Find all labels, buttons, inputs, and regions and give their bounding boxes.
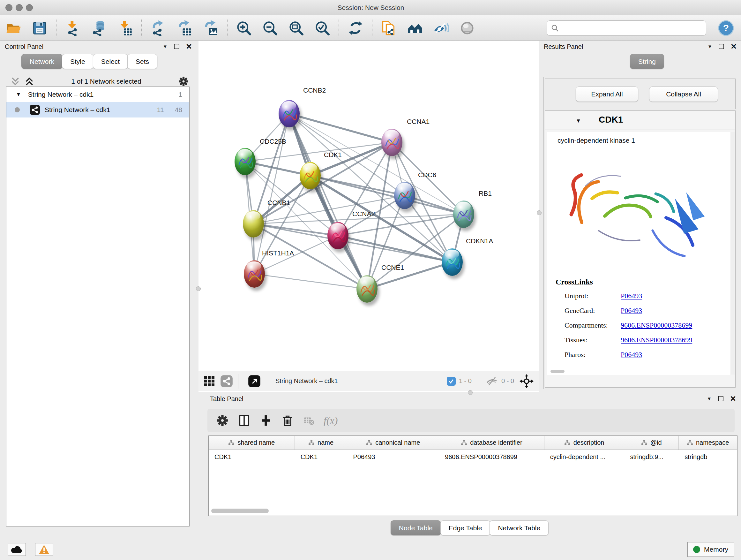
tab-edge-table[interactable]: Edge Table [441,520,490,536]
detach-view-icon[interactable] [248,375,261,388]
tab-string[interactable]: String [630,54,664,69]
crosslink-link[interactable]: 9606.ENSP00000378699 [621,336,692,351]
table-cell[interactable]: stringdb [679,450,737,464]
results-panel-collapse-icon[interactable]: ▼ [708,44,712,49]
node-CCNB2[interactable] [279,100,300,127]
birdseye-grid-icon[interactable] [203,375,216,388]
import-network-button[interactable] [64,19,82,37]
crosslink-link[interactable]: P06493 [621,307,642,321]
crosslink-link[interactable]: 9606.ENSP00000378699 [621,321,692,336]
table-cell[interactable]: stringdb:9... [624,450,679,464]
delete-column-trash-icon[interactable] [281,414,294,427]
search-input[interactable] [559,24,693,32]
zoom-fit-button[interactable] [287,19,305,37]
apply-layout-button[interactable] [347,19,364,37]
column-header-databaseidentifier[interactable]: database identifier [439,436,544,449]
node-CDC25B[interactable] [234,148,256,175]
edge-CCNA2-CDKN1A[interactable] [338,236,452,262]
table-cell[interactable]: CDK1 [295,450,347,464]
column-header-sharedname[interactable]: shared name [209,436,295,449]
collapse-all-networks-icon[interactable] [10,76,21,87]
automation-status-button[interactable] [8,543,26,556]
results-panel-float-icon[interactable] [719,44,724,49]
network-options-gear-icon[interactable] [178,76,189,87]
string-home-button[interactable] [406,19,424,37]
zoom-out-button[interactable] [261,19,279,37]
string-protein-query-button[interactable] [380,19,398,37]
help-button[interactable]: ? [718,20,734,38]
table-cell[interactable]: P06493 [347,450,439,464]
show-columns-icon[interactable] [238,414,251,427]
column-header-id[interactable]: @id [624,436,679,449]
tab-network-table[interactable]: Network Table [489,520,549,536]
hidden-edges-eye-icon[interactable] [485,375,498,388]
node-RB1[interactable] [453,200,474,228]
enhanced-graphics-button[interactable] [432,19,450,37]
gene-collapse-icon[interactable]: ▼ [576,118,581,124]
expand-all-button[interactable]: Expand All [576,86,638,102]
show-graphics-details-button[interactable] [458,19,476,37]
right-splitter-handle[interactable] [537,210,542,215]
import-network-from-database-button[interactable] [90,19,108,37]
network-collection-row[interactable]: ▼ String Network – cdk1 1 [6,87,189,102]
node-CCNA2[interactable] [327,222,348,249]
node-CDKN1A[interactable] [442,248,463,276]
warnings-button[interactable] [35,543,53,556]
export-table-button[interactable] [176,19,193,37]
open-session-button[interactable] [4,19,22,37]
export-network-button[interactable] [149,19,167,37]
edge-HIST1H1A-CCNE1[interactable] [254,274,367,289]
tab-style[interactable]: Style [62,54,93,69]
tab-node-table[interactable]: Node Table [391,520,441,536]
zoom-selected-button[interactable] [313,19,331,37]
network-row[interactable]: String Network – cdk1 11 48 [6,102,189,118]
column-header-name[interactable]: name [295,436,347,449]
edge-CCNB2-CCNE1[interactable] [289,114,367,289]
table-cell[interactable]: cyclin-dependent ... [544,450,624,464]
crosslink-link[interactable]: P06493 [621,292,642,307]
control-panel-close-icon[interactable]: ✕ [186,44,192,49]
create-column-plus-icon[interactable] [259,414,273,427]
gene-section-header[interactable]: ▼ CDK1 [545,112,735,130]
left-splitter-handle[interactable] [196,287,201,291]
fit-content-crosshair-icon[interactable] [519,374,534,388]
node-CCNB1[interactable] [243,210,264,238]
node-CDK1[interactable] [300,162,321,189]
memory-button[interactable]: Memory [687,542,734,557]
results-panel-close-icon[interactable]: ✕ [731,44,737,49]
tab-select[interactable]: Select [93,54,128,69]
table-row[interactable]: CDK1CDK1P064939606.ENSP00000378699cyclin… [209,450,737,464]
crosslink-link[interactable]: P06493 [621,351,642,365]
results-vscroll[interactable] [731,132,735,374]
table-panel-float-icon[interactable] [718,396,724,401]
save-session-button[interactable] [30,19,49,37]
tab-sets[interactable]: Sets [127,54,157,69]
results-hscroll-thumb[interactable] [550,370,564,373]
column-header-description[interactable]: description [544,436,624,449]
node-CDC6[interactable] [394,182,415,209]
control-panel-collapse-icon[interactable]: ▼ [163,44,167,49]
column-header-canonicalname[interactable]: canonical name [347,436,439,449]
node-HIST1H1A[interactable] [244,260,265,288]
table-cell[interactable]: 9606.ENSP00000378699 [439,450,544,464]
network-share-gray-icon[interactable] [220,375,233,388]
bottom-splitter-handle[interactable] [468,390,473,395]
edge-CDKN1A-CCNE1[interactable] [367,262,452,289]
table-panel-collapse-icon[interactable]: ▼ [707,396,712,401]
table-hscroll-thumb[interactable] [211,509,269,513]
node-CCNA1[interactable] [381,129,402,156]
column-header-namespace[interactable]: namespace [679,436,737,449]
table-panel-close-icon[interactable]: ✕ [730,396,736,401]
table-options-gear-icon[interactable] [216,414,229,427]
search-field[interactable] [547,20,706,36]
tree-expand-icon[interactable]: ▼ [16,91,21,98]
expand-all-networks-icon[interactable] [24,76,35,87]
selected-nodes-checkbox[interactable] [447,377,456,386]
export-image-button[interactable] [202,19,219,37]
zoom-in-button[interactable] [235,19,253,37]
collapse-all-button[interactable]: Collapse All [649,86,718,102]
tab-network[interactable]: Network [21,54,63,69]
import-table-button[interactable] [116,19,134,37]
node-CCNE1[interactable] [356,275,378,303]
control-panel-float-icon[interactable] [174,44,179,49]
